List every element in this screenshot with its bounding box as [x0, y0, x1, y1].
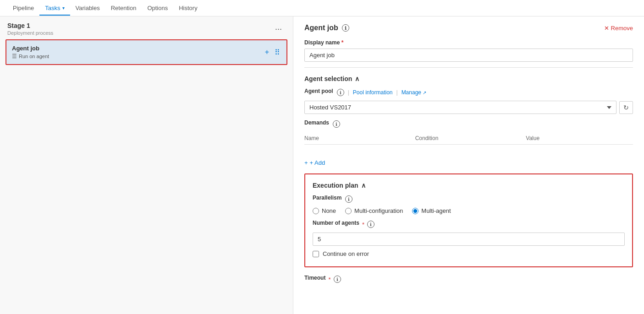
- external-link-icon: ↗: [423, 90, 426, 95]
- nav-retention[interactable]: Retention: [105, 1, 142, 15]
- agent-pool-section: Agent pool ℹ | Pool information | Manage…: [304, 88, 633, 114]
- agent-job-actions: + ⠿: [264, 47, 281, 58]
- agent-pool-select[interactable]: Hosted VS2017: [304, 101, 616, 114]
- manage-link[interactable]: Manage ↗: [402, 89, 427, 96]
- num-agents-required-star: *: [362, 221, 364, 228]
- parallelism-section: Parallelism ℹ None Multi-configuration M…: [313, 195, 625, 214]
- chevron-up-icon: ∧: [355, 75, 359, 82]
- table-icon: ☰: [12, 53, 17, 60]
- nav-variables[interactable]: Variables: [70, 1, 105, 15]
- agent-pool-label: Agent pool: [304, 88, 333, 94]
- stage-more-options-button[interactable]: ···: [271, 23, 286, 35]
- add-task-button[interactable]: +: [264, 47, 270, 57]
- top-nav: Pipeline Tasks ▾ Variables Retention Opt…: [0, 0, 644, 16]
- add-label: + Add: [310, 159, 325, 166]
- remove-button[interactable]: ✕ Remove: [604, 25, 633, 32]
- col-name: Name: [304, 135, 412, 141]
- parallelism-none-option[interactable]: None: [313, 207, 336, 214]
- parallelism-multi-agent-option[interactable]: Multi-agent: [412, 207, 451, 214]
- nav-tasks[interactable]: Tasks ▾: [39, 1, 70, 15]
- nav-tasks-label: Tasks: [45, 5, 60, 11]
- parallelism-label-row: Parallelism ℹ: [313, 195, 625, 204]
- continue-on-error-label: Continue on error: [323, 250, 369, 257]
- continue-on-error-checkbox[interactable]: [313, 251, 319, 257]
- plus-icon: +: [265, 48, 269, 56]
- drag-handle-button[interactable]: ⠿: [274, 47, 281, 58]
- timeout-label-row: Timeout * ℹ: [304, 275, 633, 284]
- execution-plan-box: Execution plan ∧ Parallelism ℹ None Mult: [304, 173, 633, 267]
- timeout-section: Timeout * ℹ: [304, 275, 633, 284]
- demands-table-header: Name Condition Value: [304, 132, 633, 145]
- agent-job-title: Agent job: [12, 45, 49, 52]
- parallelism-none-label: None: [322, 207, 336, 214]
- timeout-required-star: *: [328, 276, 330, 283]
- grid-icon: ⠿: [275, 49, 280, 56]
- continue-on-error-row: Continue on error: [313, 250, 625, 257]
- more-options-icon: ···: [275, 24, 282, 33]
- col-condition: Condition: [415, 135, 523, 141]
- stage-header-row: Stage 1 Deployment process ···: [7, 22, 286, 36]
- parallelism-info-icon[interactable]: ℹ: [345, 195, 352, 203]
- agent-job-subtitle: ☰ Run on agent: [12, 53, 49, 60]
- add-icon: +: [304, 159, 308, 166]
- agent-job-left: Agent job ☰ Run on agent: [12, 45, 49, 60]
- refresh-icon: ↻: [623, 104, 629, 111]
- parallelism-radio-group: None Multi-configuration Multi-agent: [313, 207, 625, 214]
- remove-label: Remove: [611, 25, 633, 32]
- parallelism-multi-agent-label: Multi-agent: [421, 207, 451, 214]
- stage-info: Stage 1 Deployment process: [7, 22, 53, 36]
- display-name-input[interactable]: [304, 49, 633, 62]
- num-agents-label: Number of agents: [313, 220, 359, 226]
- display-name-field: Display name *: [304, 39, 633, 62]
- panel-title-text: Agent job: [304, 24, 338, 32]
- execution-plan-label: Execution plan: [313, 182, 358, 189]
- left-panel: Stage 1 Deployment process ··· Agent job…: [0, 16, 293, 314]
- parallelism-label: Parallelism: [313, 195, 341, 201]
- num-agents-label-row: Number of agents * ℹ: [313, 220, 625, 229]
- number-of-agents-section: Number of agents * ℹ: [313, 220, 625, 246]
- num-agents-info-icon[interactable]: ℹ: [367, 221, 374, 228]
- agent-selection-heading[interactable]: Agent selection ∧: [304, 75, 633, 82]
- agent-job-subtitle-text: Run on agent: [19, 54, 49, 59]
- divider-1: [304, 67, 633, 68]
- agent-pool-row: Agent pool ℹ | Pool information | Manage…: [304, 88, 633, 97]
- parallelism-none-radio[interactable]: [313, 208, 319, 214]
- pool-information-link[interactable]: Pool information: [353, 89, 393, 96]
- agent-job-info-icon[interactable]: ℹ: [342, 24, 349, 32]
- parallelism-multi-agent-radio[interactable]: [412, 208, 418, 214]
- add-demand-button[interactable]: + + Add: [304, 159, 325, 166]
- close-icon: ✕: [604, 25, 609, 32]
- demands-label-row: Demands ℹ: [304, 119, 633, 129]
- demands-section: Demands ℹ Name Condition Value + + Add: [304, 119, 633, 166]
- demands-label: Demands: [304, 119, 329, 126]
- chevron-down-icon: ▾: [62, 5, 65, 11]
- parallelism-multi-config-radio[interactable]: [345, 208, 352, 214]
- main-layout: Stage 1 Deployment process ··· Agent job…: [0, 16, 644, 314]
- col-value: Value: [526, 135, 633, 141]
- agent-job-item[interactable]: Agent job ☰ Run on agent + ⠿: [6, 39, 287, 65]
- demands-empty: [304, 145, 633, 156]
- required-star: *: [341, 39, 344, 46]
- execution-plan-chevron-up-icon: ∧: [361, 182, 366, 189]
- agent-pool-select-wrapper: Hosted VS2017 ↻: [304, 101, 633, 114]
- refresh-button[interactable]: ↻: [619, 101, 633, 114]
- timeout-info-icon[interactable]: ℹ: [334, 276, 341, 283]
- nav-pipeline[interactable]: Pipeline: [7, 1, 39, 15]
- nav-options[interactable]: Options: [142, 1, 173, 15]
- panel-title-row: Agent job ℹ ✕ Remove: [304, 24, 633, 32]
- num-agents-input[interactable]: [313, 233, 625, 246]
- agent-selection-label: Agent selection: [304, 75, 352, 82]
- agent-pool-info-icon[interactable]: ℹ: [337, 89, 344, 96]
- panel-title: Agent job ℹ: [304, 24, 349, 32]
- demands-info-icon[interactable]: ℹ: [333, 120, 340, 128]
- display-name-label: Display name *: [304, 39, 633, 46]
- timeout-label: Timeout: [304, 275, 325, 281]
- parallelism-multi-config-option[interactable]: Multi-configuration: [345, 207, 403, 214]
- stage-subtitle: Deployment process: [7, 30, 53, 36]
- execution-plan-heading[interactable]: Execution plan ∧: [313, 182, 625, 189]
- stage-title: Stage 1: [7, 22, 53, 29]
- parallelism-multi-config-label: Multi-configuration: [354, 207, 403, 214]
- stage-header: Stage 1 Deployment process ···: [0, 16, 293, 39]
- right-panel: Agent job ℹ ✕ Remove Display name * Agen…: [293, 16, 644, 314]
- nav-history[interactable]: History: [173, 1, 203, 15]
